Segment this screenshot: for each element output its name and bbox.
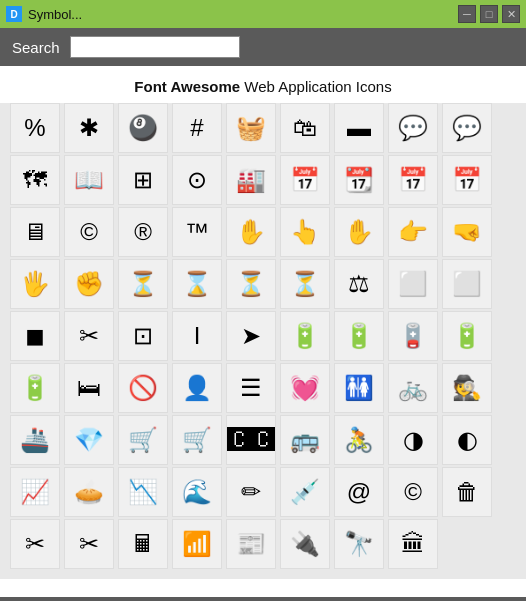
calendar-x-icon[interactable]: 📆 bbox=[334, 155, 384, 205]
battery-half-icon[interactable]: 🔋 bbox=[334, 311, 384, 361]
credit-card-icon[interactable]: ▬ bbox=[334, 103, 384, 153]
copyright-icon[interactable]: © bbox=[388, 467, 438, 517]
scissors-icon[interactable]: ✂ bbox=[64, 519, 114, 569]
hand-fist-icon[interactable]: ✊ bbox=[64, 259, 114, 309]
text-cursor-icon[interactable]: Ι bbox=[172, 311, 222, 361]
user-plus-icon[interactable]: 👤 bbox=[172, 363, 222, 413]
toggle-off-icon[interactable]: ◐ bbox=[442, 415, 492, 465]
hand-pointer-icon[interactable]: 👆 bbox=[280, 207, 330, 257]
close-button[interactable]: ✕ bbox=[502, 5, 520, 23]
eyedropper-icon[interactable]: 💉 bbox=[280, 467, 330, 517]
pie-chart-icon[interactable]: 🥧 bbox=[64, 467, 114, 517]
title-bar-left: D Symbol... bbox=[6, 6, 82, 22]
maximize-button[interactable]: □ bbox=[480, 5, 498, 23]
diamond-icon[interactable]: 💎 bbox=[64, 415, 114, 465]
waves-icon[interactable]: 🌊 bbox=[172, 467, 222, 517]
calendar-check-icon[interactable]: 📅 bbox=[280, 155, 330, 205]
square-filled-icon[interactable]: ◼ bbox=[10, 311, 60, 361]
cc-icon[interactable]: © bbox=[64, 207, 114, 257]
hand-scissors-icon[interactable]: 🤜 bbox=[442, 207, 492, 257]
balance-scale-icon[interactable]: ⚖ bbox=[334, 259, 384, 309]
window-title: Symbol... bbox=[28, 7, 82, 22]
trash-icon[interactable]: 🗑 bbox=[442, 467, 492, 517]
hand-open-icon[interactable]: 🖐 bbox=[10, 259, 60, 309]
hourglass-half-icon[interactable]: ⌛ bbox=[172, 259, 222, 309]
calculator-icon[interactable]: 🖩 bbox=[118, 519, 168, 569]
registered-icon[interactable]: ® bbox=[118, 207, 168, 257]
icon-grid: %✱🎱#🧺🛍▬💬💬🗺📖⊞⊙🏭📅📆📅📅🖥©®™✋👆✋👉🤜🖐✊⏳⌛⏳⏳⚖⬜⬜◼✂⊡Ι… bbox=[0, 103, 526, 579]
main-content: Font Awesome Web Application Icons %✱🎱#🧺… bbox=[0, 66, 526, 597]
clone-icon[interactable]: ⬜ bbox=[388, 259, 438, 309]
square-icon[interactable]: ⬜ bbox=[442, 259, 492, 309]
trademark-icon[interactable]: ™ bbox=[172, 207, 222, 257]
asterisk-icon[interactable]: ✱ bbox=[64, 103, 114, 153]
area-chart-icon[interactable]: 📉 bbox=[118, 467, 168, 517]
shopping-cart-check-icon[interactable]: 🛒 bbox=[118, 415, 168, 465]
pencil-icon[interactable]: ✏ bbox=[226, 467, 276, 517]
heartbeat-icon[interactable]: 💓 bbox=[280, 363, 330, 413]
newspaper-icon[interactable]: 📰 bbox=[226, 519, 276, 569]
speech-bubble2-icon[interactable]: 💬 bbox=[442, 103, 492, 153]
cursor-icon[interactable]: ➤ bbox=[226, 311, 276, 361]
factory-icon[interactable]: 🏭 bbox=[226, 155, 276, 205]
battery-full-icon[interactable]: 🔋 bbox=[280, 311, 330, 361]
battery-low-icon[interactable]: 🪫 bbox=[388, 311, 438, 361]
battery-horiz2-icon[interactable]: 🔋 bbox=[10, 363, 60, 413]
cc-paypal-icon[interactable]: 🅲🅲 bbox=[226, 415, 276, 465]
spy-icon[interactable]: 🕵 bbox=[442, 363, 492, 413]
signpost-icon[interactable]: ⊞ bbox=[118, 155, 168, 205]
scissors-off-icon[interactable]: ✂ bbox=[10, 519, 60, 569]
ship-icon[interactable]: 🚢 bbox=[10, 415, 60, 465]
open-book-icon[interactable]: 📖 bbox=[64, 155, 114, 205]
section-title: Font Awesome Web Application Icons bbox=[0, 66, 526, 103]
percent-icon[interactable]: % bbox=[10, 103, 60, 153]
speech-bubble-icon[interactable]: 💬 bbox=[388, 103, 438, 153]
motorcycle-icon[interactable]: 🚲 bbox=[388, 363, 438, 413]
calendar-minus-icon[interactable]: 📅 bbox=[388, 155, 438, 205]
bluetooth-icon[interactable]: 🎱 bbox=[118, 103, 168, 153]
monitor-icon[interactable]: 🖥 bbox=[10, 207, 60, 257]
hourglass-end-icon[interactable]: ⏳ bbox=[280, 259, 330, 309]
hourglass-start-icon[interactable]: ⏳ bbox=[118, 259, 168, 309]
line-chart-icon[interactable]: 📈 bbox=[10, 467, 60, 517]
plug-icon[interactable]: 🔌 bbox=[280, 519, 330, 569]
hash-icon[interactable]: # bbox=[172, 103, 222, 153]
shopping-cart-icon[interactable]: 🛒 bbox=[172, 415, 222, 465]
binoculars-icon[interactable]: 🔭 bbox=[334, 519, 384, 569]
crop-icon[interactable]: ✂ bbox=[64, 311, 114, 361]
hand-paper-icon[interactable]: ✋ bbox=[334, 207, 384, 257]
building-icon[interactable]: 🏛 bbox=[388, 519, 438, 569]
title-bar: D Symbol... ─ □ ✕ bbox=[0, 0, 526, 28]
search-bar: Search bbox=[0, 28, 526, 66]
minimize-button[interactable]: ─ bbox=[458, 5, 476, 23]
map-icon[interactable]: 🗺 bbox=[10, 155, 60, 205]
list-alt-icon[interactable]: ☰ bbox=[226, 363, 276, 413]
wifi-icon[interactable]: 📶 bbox=[172, 519, 222, 569]
battery-horiz-icon[interactable]: 🔋 bbox=[442, 311, 492, 361]
user-times-icon[interactable]: 🚫 bbox=[118, 363, 168, 413]
hand-point-right-icon[interactable]: 👉 bbox=[388, 207, 438, 257]
section-title-normal: Web Application Icons bbox=[240, 78, 391, 95]
title-controls: ─ □ ✕ bbox=[458, 5, 520, 23]
map-marker-icon[interactable]: ⊙ bbox=[172, 155, 222, 205]
expand-arrows-icon[interactable]: ⊡ bbox=[118, 311, 168, 361]
section-title-bold: Font Awesome bbox=[134, 78, 240, 95]
bed-icon[interactable]: 🛏 bbox=[64, 363, 114, 413]
search-input[interactable] bbox=[70, 36, 240, 58]
hourglass-3-icon[interactable]: ⏳ bbox=[226, 259, 276, 309]
basket-icon[interactable]: 🧺 bbox=[226, 103, 276, 153]
toggle-on-icon[interactable]: ◑ bbox=[388, 415, 438, 465]
calendar-plus-icon[interactable]: 📅 bbox=[442, 155, 492, 205]
hand-spock-icon[interactable]: ✋ bbox=[226, 207, 276, 257]
bicycle-icon[interactable]: 🚴 bbox=[334, 415, 384, 465]
app-icon: D bbox=[6, 6, 22, 22]
at-icon[interactable]: @ bbox=[334, 467, 384, 517]
user-md-icon[interactable]: 🚻 bbox=[334, 363, 384, 413]
shopping-bag-icon[interactable]: 🛍 bbox=[280, 103, 330, 153]
search-label: Search bbox=[12, 39, 60, 56]
bus-icon[interactable]: 🚌 bbox=[280, 415, 330, 465]
